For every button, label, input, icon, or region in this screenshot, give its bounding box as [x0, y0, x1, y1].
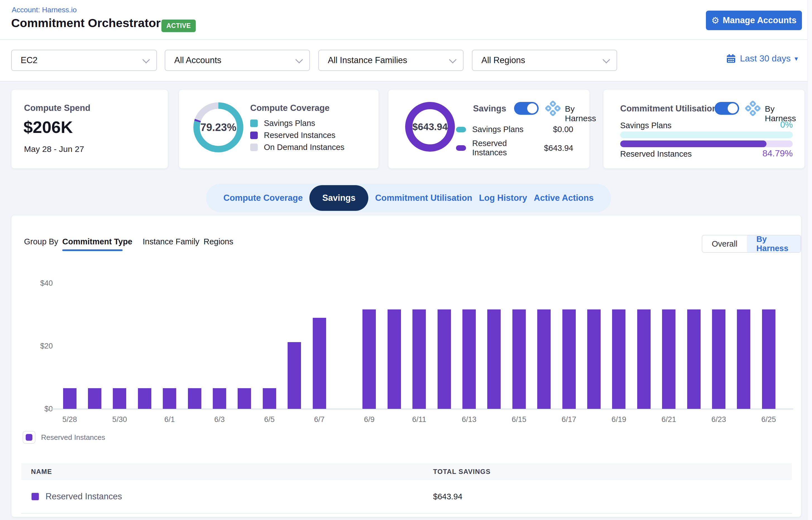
tab-savings[interactable]: Savings	[309, 185, 368, 211]
bar-5/29[interactable]	[88, 388, 101, 409]
group-tab-active-underline	[62, 250, 123, 251]
chevron-down-icon	[142, 56, 150, 63]
service-dropdown[interactable]: EC2	[11, 50, 157, 71]
chevron-down-icon	[295, 56, 303, 63]
bar-6/7[interactable]	[313, 318, 326, 409]
x-tick-6/11: 6/11	[399, 415, 439, 424]
column-name: NAME	[31, 468, 433, 475]
tab-log-history[interactable]: Log History	[479, 193, 527, 203]
group-tab-instance-family[interactable]: Instance Family	[143, 237, 199, 246]
reserved-instances-label: Reserved Instances	[472, 139, 538, 157]
bar-6/15[interactable]	[513, 309, 526, 409]
on-demand-label: On Demand Instances	[264, 143, 345, 152]
group-tab-commitment-type[interactable]: Commitment Type	[62, 237, 132, 246]
legend-checkbox[interactable]	[23, 431, 35, 444]
manage-accounts-button[interactable]: ⚙ Manage Accounts	[706, 10, 802, 30]
group-tab-regions[interactable]: Regions	[204, 237, 233, 246]
section-tabs: Compute Coverage Savings Commitment Util…	[206, 184, 611, 212]
harness-logo-icon	[545, 100, 561, 116]
bar-6/10[interactable]	[388, 309, 401, 409]
regions-dropdown[interactable]: All Regions	[472, 50, 617, 71]
accounts-dropdown[interactable]: All Accounts	[165, 50, 310, 71]
instance-families-dropdown-value: All Instance Families	[328, 55, 449, 66]
utilisation-by-harness-toggle[interactable]	[714, 102, 739, 115]
vertical-scrollbar[interactable]	[808, 0, 812, 520]
savings-plans-swatch	[456, 127, 466, 132]
bar-6/18[interactable]	[587, 309, 601, 409]
compute-coverage-title: Compute Coverage	[250, 103, 330, 113]
x-tick-6/23: 6/23	[699, 415, 738, 424]
filter-bar: EC2 All Accounts All Instance Families A…	[0, 40, 812, 82]
column-total-savings: TOTAL SAVINGS	[433, 468, 491, 475]
savings-plans-progress-bar	[620, 132, 793, 138]
bar-5/31[interactable]	[138, 388, 151, 409]
bar-6/17[interactable]	[562, 309, 576, 409]
x-tick-6/17: 6/17	[550, 415, 588, 424]
segment-overall[interactable]: Overall	[702, 235, 747, 252]
bar-6/2[interactable]	[188, 388, 201, 409]
regions-dropdown-value: All Regions	[481, 55, 603, 66]
page-title: Commitment Orchestrator	[11, 16, 161, 30]
x-tick-6/25: 6/25	[749, 415, 788, 424]
status-badge: ACTIVE	[161, 20, 196, 32]
row-total-savings: $643.94	[433, 492, 463, 501]
reserved-instances-swatch	[26, 434, 32, 441]
date-range-picker[interactable]: Last 30 days ▾	[726, 53, 798, 64]
bar-6/5[interactable]	[263, 388, 276, 409]
savings-by-harness-toggle[interactable]	[514, 102, 539, 115]
bar-6/22[interactable]	[687, 309, 701, 409]
bar-5/30[interactable]	[113, 388, 126, 409]
compute-spend-period: May 28 - Jun 27	[24, 145, 84, 154]
y-tick-$0: $0	[23, 404, 53, 414]
bar-6/23[interactable]	[712, 309, 726, 409]
on-demand-swatch	[250, 144, 258, 151]
compute-coverage-percent: 79.23%	[192, 101, 245, 154]
bar-6/13[interactable]	[463, 309, 476, 409]
bar-6/19[interactable]	[612, 309, 626, 409]
compute-spend-value: $206K	[23, 118, 73, 137]
bar-6/9[interactable]	[362, 309, 376, 409]
compute-coverage-card: 79.23% Compute Coverage Savings Plans Re…	[179, 89, 379, 169]
bar-6/21[interactable]	[662, 309, 676, 409]
instance-families-dropdown[interactable]: All Instance Families	[318, 50, 464, 71]
bar-6/12[interactable]	[438, 309, 451, 409]
breadcrumb-account-link[interactable]: Account: Harness.io	[12, 6, 77, 14]
bar-6/3[interactable]	[213, 388, 226, 409]
chart-legend: Reserved Instances	[23, 431, 105, 444]
bar-6/1[interactable]	[163, 388, 176, 409]
util-savings-plans-label: Savings Plans	[620, 121, 672, 130]
x-tick-6/9: 6/9	[349, 415, 389, 424]
savings-row-reserved-instances: Reserved Instances $643.94	[456, 139, 573, 157]
service-dropdown-value: EC2	[21, 55, 143, 66]
savings-title: Savings	[473, 104, 506, 114]
savings-plans-label: Savings Plans	[472, 125, 547, 134]
util-savings-plans-percent: 0%	[737, 120, 793, 130]
bar-6/14[interactable]	[487, 309, 501, 409]
manage-accounts-label: Manage Accounts	[723, 15, 796, 25]
bar-chart-plot	[53, 283, 790, 409]
reserved-instances-swatch	[456, 145, 466, 151]
overall-by-harness-toggle: Overall By Harness	[702, 235, 801, 253]
gear-icon: ⚙	[711, 16, 719, 25]
bar-6/6[interactable]	[288, 342, 301, 409]
savings-card: $643.94 Savings By Harness i Savings Pla…	[388, 89, 590, 169]
bar-6/24[interactable]	[737, 309, 750, 409]
bar-6/25[interactable]	[762, 309, 776, 409]
legend-item-savings-plans: Savings Plans	[250, 119, 315, 128]
bar-6/11[interactable]	[413, 309, 426, 409]
x-tick-6/7: 6/7	[300, 415, 339, 424]
savings-by-harness-label: By Harness	[565, 104, 596, 123]
segment-by-harness[interactable]: By Harness	[747, 235, 801, 252]
tab-compute-coverage[interactable]: Compute Coverage	[224, 193, 303, 203]
bar-6/4[interactable]	[238, 388, 251, 409]
bar-6/20[interactable]	[637, 309, 651, 409]
util-reserved-instances-percent: 84.79%	[729, 148, 793, 159]
bar-6/16[interactable]	[537, 309, 551, 409]
savings-total: $643.94	[404, 101, 455, 152]
savings-row-savings-plans: Savings Plans $0.00	[456, 125, 573, 134]
bar-5/28[interactable]	[63, 388, 77, 409]
y-tick-$20: $20	[23, 341, 53, 351]
tab-active-actions[interactable]: Active Actions	[534, 193, 594, 203]
tab-commitment-utilisation[interactable]: Commitment Utilisation	[375, 193, 472, 203]
legend-item-on-demand: On Demand Instances	[250, 143, 345, 152]
